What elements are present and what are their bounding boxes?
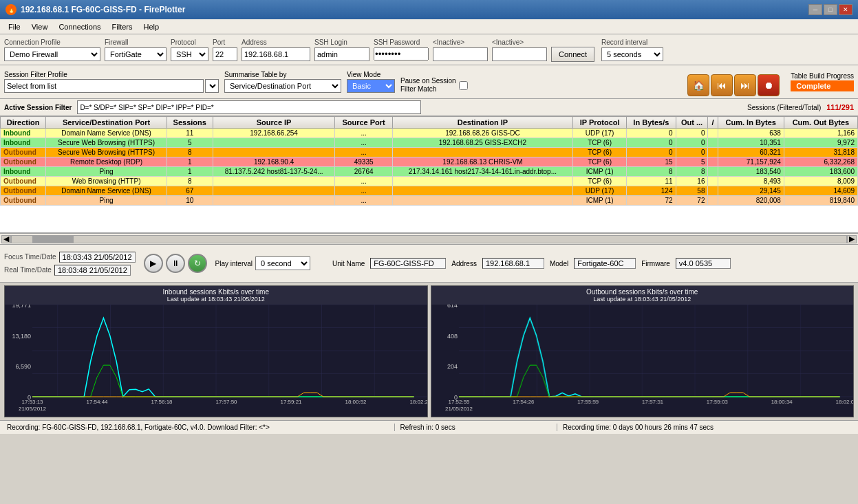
col-source-ip[interactable]: Source IP	[213, 117, 335, 129]
table-build-label: Table Build Progress	[791, 72, 854, 80]
forward-button[interactable]: ⏭	[734, 74, 756, 96]
cell-out-bytes: 0	[676, 129, 708, 138]
maximize-button[interactable]: □	[824, 4, 837, 15]
close-button[interactable]: ✕	[839, 4, 852, 15]
titlebar: 🔥 192.168.68.1 FG-60C-GISS-FD - FirePlot…	[0, 0, 858, 19]
cell-ip-proto: ICMP (1)	[573, 167, 627, 177]
scrollbar-track[interactable]	[11, 235, 847, 243]
cell-sessions: 8	[167, 148, 213, 157]
connection-profile-select[interactable]: Demo Firewall	[4, 47, 100, 61]
col-in-bytes[interactable]: In Bytes/s	[627, 117, 676, 129]
firewall-select[interactable]: FortiGate	[105, 47, 167, 61]
connection-profile-group: Connection Profile Demo Firewall	[4, 39, 100, 61]
scroll-left-button[interactable]: ◀	[1, 235, 11, 243]
cell-ip-proto: TCP (6)	[573, 157, 627, 167]
address-input[interactable]	[242, 47, 310, 61]
col-cum-out[interactable]: Cum. Out Bytes	[784, 117, 857, 129]
connect-button[interactable]: Connect	[551, 47, 594, 62]
port-input[interactable]	[213, 47, 237, 61]
playback-controls: ▶ ⏸ ↻	[144, 254, 207, 273]
table-build-value: Complete	[791, 80, 854, 91]
minimize-button[interactable]: ─	[808, 4, 822, 15]
focus-time-row: Focus Time/Date 18:03:43 21/05/2012	[4, 252, 136, 263]
cell-source-port: 49335	[335, 157, 392, 167]
window-title: 192.168.68.1 FG-60C-GISS-FD - FirePlotte…	[21, 5, 185, 14]
menu-view[interactable]: View	[26, 21, 54, 32]
back-button[interactable]: ⏮	[711, 74, 733, 96]
ssh-password-label: SSH Password	[374, 39, 429, 46]
col-slash[interactable]: /	[708, 117, 718, 129]
cell-sessions: 8	[167, 177, 213, 186]
play-button[interactable]: ▶	[144, 254, 163, 273]
cell-in-bytes: 15	[627, 157, 676, 167]
refresh-button[interactable]: ↻	[188, 254, 207, 273]
session-filter-input[interactable]	[4, 79, 204, 93]
firewall-label: Firewall	[105, 39, 167, 46]
data-table-wrapper[interactable]: Direction Service/Destination Port Sessi…	[0, 116, 858, 233]
scrollbar-thumb[interactable]	[32, 236, 74, 243]
record-interval-select[interactable]: 5 seconds	[601, 47, 663, 61]
inactive1-group: <Inactive>	[433, 39, 488, 61]
protocol-label: Protocol	[171, 39, 208, 46]
active-filter-input[interactable]	[77, 100, 421, 114]
col-out-bytes[interactable]: Out ...	[676, 117, 708, 129]
inactive1-input[interactable]	[433, 47, 488, 61]
menu-filters[interactable]: Filters	[107, 21, 138, 32]
session-filter-select[interactable]	[205, 79, 219, 93]
pause-checkbox[interactable]	[459, 81, 468, 90]
cell-service: Secure Web Browsing (HTTPS)	[46, 148, 167, 157]
inactive2-input[interactable]	[492, 47, 547, 61]
scroll-right-button[interactable]: ▶	[847, 235, 857, 243]
cell-ip-proto: ICMP (1)	[573, 196, 627, 206]
inactive2-label: <Inactive>	[492, 39, 547, 46]
firewall-group: Firewall FortiGate	[105, 39, 167, 61]
ssh-login-input[interactable]	[314, 47, 369, 61]
unit-firmware-label: Firmware	[641, 260, 670, 267]
menubar: File View Connections Filters Help	[0, 19, 858, 34]
pause-group: Pause on SessionFilter Match	[400, 77, 468, 94]
table-row[interactable]: Outbound Remote Desktop (RDP) 1 192.168.…	[1, 157, 858, 167]
horizontal-scrollbar[interactable]: ◀ ▶	[0, 233, 858, 244]
cell-service: Secure Web Browsing (HTTPS)	[46, 138, 167, 148]
table-row[interactable]: Outbound Web Browsing (HTTP) 8 ... TCP (…	[1, 177, 858, 186]
active-filter-label: Active Session Filter	[4, 104, 72, 111]
cell-direction: Outbound	[1, 177, 46, 186]
table-row[interactable]: Outbound Ping 10 ... ICMP (1) 72 72 820,…	[1, 196, 858, 206]
window-controls[interactable]: ─ □ ✕	[808, 4, 852, 15]
col-sessions[interactable]: Sessions	[167, 117, 213, 129]
view-mode-select[interactable]: Basic	[347, 79, 395, 93]
protocol-select[interactable]: SSH	[171, 47, 208, 61]
record-button[interactable]: ⏺	[758, 74, 780, 96]
col-dest-ip[interactable]: Destination IP	[392, 117, 572, 129]
cell-source-port: ...	[335, 186, 392, 196]
pause-button[interactable]: ⏸	[166, 254, 185, 273]
col-cum-in[interactable]: Cum. In Bytes	[718, 117, 784, 129]
menu-connections[interactable]: Connections	[53, 21, 106, 32]
col-direction[interactable]: Direction	[1, 117, 46, 129]
summarise-select[interactable]: Service/Destination Port	[224, 79, 341, 93]
menu-help[interactable]: Help	[138, 21, 165, 32]
col-ip-proto[interactable]: IP Protocol	[573, 117, 627, 129]
cell-cum-out: 14,609	[784, 186, 857, 196]
cell-source-ip: 192.168.90.4	[213, 157, 335, 167]
table-row[interactable]: Inbound Secure Web Browsing (HTTPS) 5 ..…	[1, 138, 858, 148]
real-time-label: Real Time/Date	[4, 266, 52, 274]
table-row[interactable]: Outbound Secure Web Browsing (HTTPS) 8 .…	[1, 148, 858, 157]
status-refresh: Refresh in: 0 secs	[398, 424, 557, 431]
table-row[interactable]: Outbound Domain Name Service (DNS) 67 ..…	[1, 186, 858, 196]
col-service[interactable]: Service/Destination Port	[46, 117, 167, 129]
time-display: Focus Time/Date 18:03:43 21/05/2012 Real…	[4, 252, 136, 276]
ssh-password-input[interactable]	[374, 47, 429, 61]
summarise-group: Summarise Table by Service/Destination P…	[224, 71, 341, 93]
menu-file[interactable]: File	[3, 21, 26, 32]
status-recording: Recording: FG-60C-GISS-FD, 192.168.68.1,…	[4, 424, 395, 431]
status-recording-time: Recording time: 0 days 00 hours 26 mins …	[560, 424, 854, 431]
home-button[interactable]: 🏠	[687, 74, 709, 96]
play-interval-select[interactable]: 0 second	[255, 256, 310, 270]
cell-cum-in: 10,351	[718, 138, 784, 148]
col-source-port[interactable]: Source Port	[335, 117, 392, 129]
table-row[interactable]: Inbound Ping 1 81.137.5.242 host81-137-5…	[1, 167, 858, 177]
cell-source-ip	[213, 186, 335, 196]
table-row[interactable]: Inbound Domain Name Service (DNS) 11 192…	[1, 129, 858, 138]
cell-cum-in: 71,157,924	[718, 157, 784, 167]
